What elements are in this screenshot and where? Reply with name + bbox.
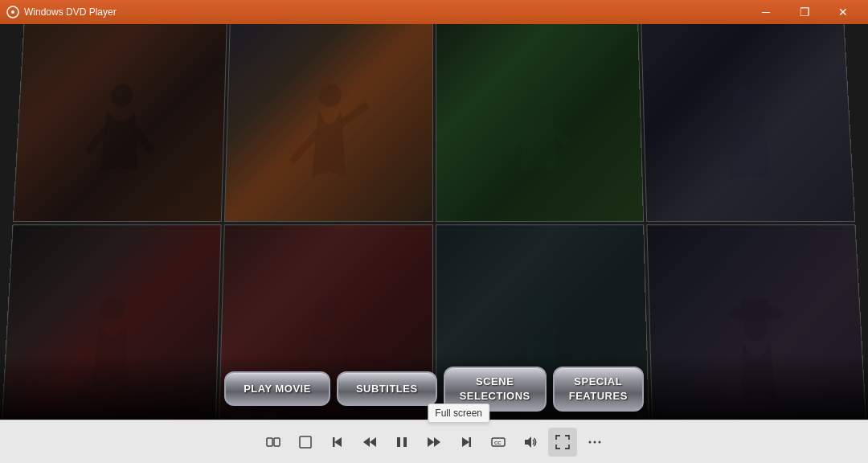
svg-point-12: [101, 297, 125, 321]
svg-line-15: [342, 323, 364, 340]
svg-marker-30: [434, 437, 440, 447]
svg-rect-24: [333, 437, 335, 447]
svg-point-11: [732, 84, 760, 111]
svg-marker-29: [428, 437, 434, 447]
skip-back-icon: [330, 435, 345, 449]
app-icon: [6, 6, 19, 18]
square-icon: [298, 435, 313, 449]
fast-forward-button[interactable]: [420, 428, 448, 457]
dvd-menu-buttons: PLAY MOVIE SUBTItLeS SCENESELECTIONS SPE…: [0, 367, 868, 412]
captions-icon: CC: [491, 435, 506, 449]
svg-rect-22: [300, 436, 311, 448]
fullscreen-icon: [555, 435, 570, 449]
more-options-button[interactable]: [580, 428, 609, 457]
svg-marker-25: [363, 437, 370, 447]
svg-rect-27: [397, 437, 400, 447]
skip-forward-button[interactable]: [452, 428, 481, 457]
square-view-button[interactable]: [291, 428, 320, 457]
svg-marker-35: [525, 436, 531, 448]
titlebar-left: Windows DVD Player: [6, 6, 117, 18]
svg-point-2: [111, 84, 134, 107]
svg-text:CC: CC: [494, 440, 502, 445]
svg-point-1: [11, 10, 14, 14]
svg-point-8: [526, 84, 549, 107]
svg-marker-23: [334, 437, 342, 447]
grid-cell-2: [224, 24, 433, 221]
fullscreen-button[interactable]: [548, 428, 577, 457]
titlebar-controls: ─ ❐ ✕: [747, 0, 862, 24]
svg-marker-31: [462, 437, 469, 447]
svg-rect-28: [403, 437, 407, 447]
svg-rect-21: [274, 438, 280, 446]
svg-line-7: [341, 105, 367, 125]
svg-point-37: [594, 440, 596, 443]
panels-icon: [266, 435, 280, 449]
svg-rect-20: [267, 438, 272, 446]
main-content: PLAY MOVIE SUBTItLeS SCENESELECTIONS SPE…: [0, 24, 868, 420]
svg-point-16: [529, 298, 552, 322]
svg-rect-32: [469, 437, 472, 447]
titlebar: Windows DVD Player ─ ❐ ✕: [0, 0, 868, 24]
skip-back-button[interactable]: [323, 428, 352, 457]
minimize-button[interactable]: ─: [747, 0, 784, 24]
volume-button[interactable]: [516, 428, 545, 457]
more-icon: [588, 435, 602, 449]
svg-point-38: [599, 440, 601, 443]
svg-point-13: [315, 297, 338, 321]
svg-point-36: [589, 440, 592, 443]
grid-cell-4: [641, 24, 855, 221]
controls-bar: CC Full screen: [0, 420, 868, 463]
pause-icon: [395, 435, 409, 449]
svg-marker-26: [370, 437, 376, 447]
svg-point-5: [319, 84, 342, 107]
panels-view-button[interactable]: [259, 428, 288, 457]
rewind-button[interactable]: [355, 428, 384, 457]
special-features-button[interactable]: SPECIALFEATURES: [553, 367, 644, 412]
grid-cell-1: [13, 24, 227, 221]
scene-selections-button[interactable]: SCENESELECTIONS: [444, 367, 547, 412]
play-movie-button[interactable]: PLAY MOVIE: [224, 371, 330, 406]
volume-icon: [523, 435, 538, 449]
subtitles-button[interactable]: SUBTItLeS: [337, 371, 437, 406]
skip-forward-icon: [459, 435, 473, 449]
captions-button[interactable]: CC: [484, 428, 513, 457]
pause-button[interactable]: [387, 428, 416, 457]
titlebar-title: Windows DVD Player: [24, 6, 117, 18]
rewind-icon: [362, 435, 377, 449]
fast-forward-icon: [427, 435, 441, 449]
svg-rect-18: [741, 298, 769, 315]
grid-cell-3: [436, 24, 645, 221]
close-button[interactable]: ✕: [825, 0, 862, 24]
restore-button[interactable]: ❐: [786, 0, 823, 24]
